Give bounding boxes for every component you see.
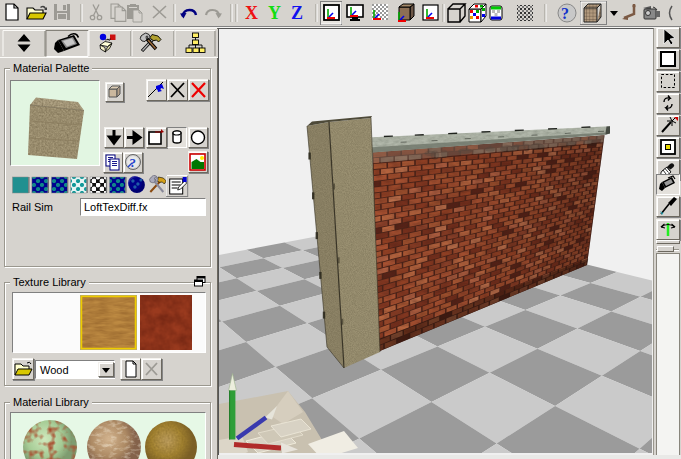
svg-text:?: ? bbox=[130, 155, 137, 170]
svg-text:?: ? bbox=[561, 5, 569, 22]
svg-text:X: X bbox=[245, 3, 258, 23]
svg-text:Y: Y bbox=[268, 3, 281, 23]
svg-text:Z: Z bbox=[291, 3, 303, 23]
